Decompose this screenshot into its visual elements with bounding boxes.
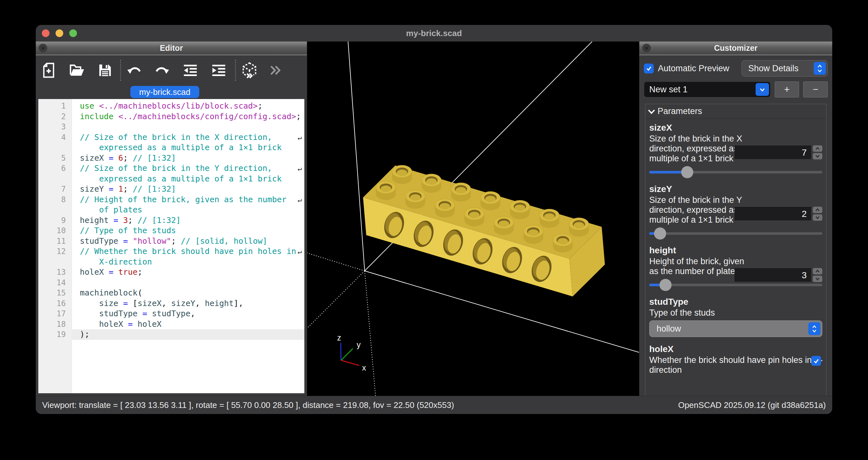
stud [494,216,514,235]
sizeX-spin-up[interactable] [813,145,822,152]
code-row[interactable]: 11studType = "hollow"; // [solid, hollow… [38,236,304,247]
code-editor[interactable]: 1use <../machineblocks/lib/block.scad>;2… [36,99,307,396]
code-line-text: sizeY = 1; // [1:32] [71,184,304,194]
main-area: × Editor [36,41,832,396]
sizeX-slider[interactable] [649,165,822,179]
render-preview-button[interactable] [241,61,258,80]
customizer-body: Automatic Preview Show Details New set 1 [639,55,832,396]
height-slider-handle[interactable] [659,279,672,291]
studType-select[interactable]: hollow [649,320,822,337]
code-row[interactable]: 18 holeX = holeX [38,319,304,330]
minimize-window-button[interactable] [56,29,63,37]
code-row[interactable]: 8// Height of the brick, given as the nu… [38,194,304,205]
show-details-select[interactable]: Show Details [742,60,828,77]
code-row[interactable]: 12// Whether the brick should have pin h… [38,246,304,257]
sizeX-value-input[interactable]: 7 [735,146,811,159]
line-number: 14 [38,278,71,288]
line-wrap-icon: ↵ [298,195,302,206]
line-number [38,257,71,267]
tab-my-brick[interactable]: my-brick.scad [130,86,199,98]
editor-close-icon[interactable]: × [39,44,47,52]
code-row[interactable]: expressed as a multiple of a 1×1 brick [38,143,304,153]
code-row[interactable]: 3 [38,122,304,132]
customizer-close-icon[interactable]: × [642,44,651,52]
height-spin-up[interactable] [813,268,822,274]
save-button[interactable] [96,61,114,80]
sizeY-slider-handle[interactable] [654,227,666,240]
3d-viewport[interactable]: zyx [307,41,639,396]
sizeY-spin-down[interactable] [813,214,822,221]
line-number: 6 [38,163,71,174]
holeX-checkbox[interactable] [811,356,821,366]
code-row[interactable]: 10// Type of the studs [38,225,304,236]
code-row[interactable]: 9height = 3; // [1:32] [38,215,304,226]
window-titlebar[interactable]: my-brick.scad [36,25,832,41]
unindent-button[interactable] [182,61,199,80]
x-axis-label: x [362,363,366,372]
updown-chevrons-icon [814,62,826,75]
z-axis-label: z [337,333,341,342]
new-file-icon [40,62,58,79]
sizeX-label: sizeX [649,123,822,133]
zoom-window-button[interactable] [69,29,77,37]
code-row[interactable]: expressed as a multiple of a 1×1 brick [38,174,304,184]
remove-preset-button[interactable]: − [803,82,828,97]
studType-description: Type of the studs [649,308,822,318]
brick-model[interactable] [363,165,605,297]
parameters-group: Parameters sizeX Size of the brick in th… [645,104,827,396]
code-line-text: holeX = holeX [71,319,304,330]
close-window-button[interactable] [42,29,50,37]
code-row[interactable]: 14 [38,278,304,288]
undo-icon [125,62,143,79]
line-number: 4 [38,132,71,143]
undo-button[interactable] [125,61,143,80]
param-sizeY: sizeY Size of the brick in the Y directi… [645,180,826,242]
code-line-text: size = [sizeX, sizeY, height], [71,298,304,309]
code-row[interactable]: 13holeX = true; [38,267,304,278]
parameters-header[interactable]: Parameters [645,104,826,119]
code-row[interactable]: 19); [38,329,304,340]
stud [435,199,455,218]
code-row[interactable]: 1use <../machineblocks/lib/block.scad>; [38,101,304,112]
sizeY-value-input[interactable]: 2 [735,207,811,220]
sizeY-spin-up[interactable] [813,207,822,213]
code-row[interactable]: 15machineblock( [38,288,304,298]
code-row[interactable]: 7sizeY = 1; // [1:32] [38,184,304,194]
automatic-preview-checkbox[interactable] [644,64,654,73]
sizeY-slider[interactable] [649,227,822,240]
sizeX-spin-down[interactable] [813,153,822,159]
code-area[interactable]: 1use <../machineblocks/lib/block.scad>;2… [38,99,304,393]
line-number: 18 [38,319,71,330]
open-file-button[interactable] [68,61,86,80]
code-row[interactable]: 17 studType = studType, [38,309,304,319]
add-preset-button[interactable]: + [775,82,799,97]
code-row[interactable]: 4// Size of the brick in the X direction… [38,132,304,143]
code-row[interactable]: 16 size = [sizeX, sizeY, height], [38,298,304,309]
code-line-text: use <../machineblocks/lib/block.scad>; [71,101,304,112]
sizeX-slider-handle[interactable] [681,166,693,178]
toolbar-overflow-button[interactable] [269,63,283,78]
code-row[interactable]: X-direction [38,257,304,267]
redo-button[interactable] [154,61,171,80]
line-number: 5 [38,153,71,163]
editor-panel: × Editor [36,41,307,396]
indent-button[interactable] [210,61,227,80]
studType-value: hollow [657,324,681,334]
code-row[interactable]: 6// Size of the brick in the Y direction… [38,163,304,174]
line-number [38,174,71,184]
line-wrap-icon: ↵ [298,163,302,174]
new-file-button[interactable] [40,61,58,80]
code-line-text: ); [71,329,304,340]
line-number: 10 [38,225,71,236]
code-row[interactable]: of plates [38,205,304,215]
code-row[interactable]: 5sizeX = 6; // [1:32] [38,153,304,163]
param-studType: studType Type of the studs hollow [645,293,826,340]
line-number: 7 [38,184,71,194]
line-number: 2 [38,112,71,122]
code-row[interactable]: 2include <../machineblocks/config/config… [38,112,304,122]
height-slider[interactable] [649,278,822,292]
code-line-text: // Size of the brick in the Y direction, [71,163,304,174]
code-line-text: studType = studType, [71,309,304,319]
preset-select[interactable]: New set 1 [644,82,771,97]
check-icon [812,357,820,365]
